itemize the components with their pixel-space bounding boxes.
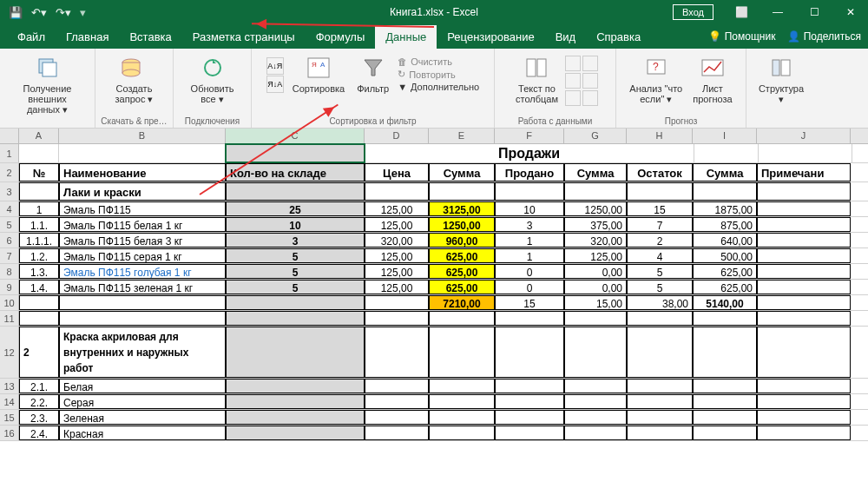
- tab-formulas[interactable]: Формулы: [306, 25, 376, 49]
- table-row: 71.2.Эмаль ПФ115 серая 1 кг5125,00625,00…: [0, 248, 868, 264]
- row-hdr[interactable]: 7: [0, 248, 19, 263]
- select-all-corner[interactable]: [0, 129, 19, 143]
- table-row: 152.3.Зеленая: [0, 410, 868, 426]
- row-hdr[interactable]: 3: [0, 182, 19, 201]
- what-if-button[interactable]: ? Анализ "что если" ▾: [626, 52, 686, 106]
- clear-filter-button: 🗑Очистить: [398, 56, 479, 68]
- svg-rect-14: [773, 60, 779, 76]
- col-hdr-g[interactable]: G: [564, 129, 627, 143]
- row-1: 1 Продажи: [0, 144, 868, 163]
- share-button[interactable]: 👤 Поделиться: [787, 30, 861, 43]
- col-hdr-h[interactable]: H: [627, 129, 693, 143]
- row-hdr[interactable]: 4: [0, 201, 19, 216]
- row-hdr[interactable]: 5: [0, 217, 19, 232]
- save-icon[interactable]: 💾: [9, 6, 23, 19]
- tab-view[interactable]: Вид: [545, 25, 587, 49]
- group-label: Сортировка и фильтр: [252, 116, 494, 126]
- spreadsheet[interactable]: 1 Продажи 2 № Наименование Кол-во на скл…: [0, 144, 868, 441]
- row-hdr[interactable]: 11: [0, 311, 19, 326]
- minimize-icon[interactable]: —: [760, 0, 795, 24]
- svg-rect-9: [527, 59, 536, 76]
- row-hdr[interactable]: 12: [0, 327, 19, 378]
- remove-dup-icon[interactable]: [582, 56, 598, 71]
- row-hdr[interactable]: 14: [0, 394, 19, 409]
- new-query-button[interactable]: Создать запрос ▾: [112, 52, 157, 106]
- col-hdr-a[interactable]: A: [19, 129, 59, 143]
- tab-insert[interactable]: Вставка: [119, 25, 181, 49]
- tab-data[interactable]: Данные: [375, 25, 437, 49]
- row-hdr[interactable]: 10: [0, 295, 19, 310]
- undo-icon[interactable]: ↶▾: [31, 6, 47, 19]
- col-hdr-j[interactable]: J: [757, 129, 851, 143]
- col-hdr-i[interactable]: I: [693, 129, 757, 143]
- advanced-icon: ▼: [398, 82, 407, 92]
- column-headers: A B C D E F G H I J: [0, 129, 868, 144]
- file-tabs: Файл Главная Вставка Разметка страницы Ф…: [0, 24, 868, 49]
- row-hdr[interactable]: 8: [0, 264, 19, 279]
- table-row: 81.3.Эмаль ПФ115 голубая 1 кг5125,00625,…: [0, 264, 868, 280]
- consolidate-icon[interactable]: [582, 73, 598, 89]
- svg-rect-15: [781, 60, 790, 76]
- tab-review[interactable]: Рецензирование: [437, 25, 544, 49]
- row-11: 11: [0, 311, 868, 327]
- sort-icon: ЯA: [305, 54, 332, 82]
- row-3: 3 Лаки и краски: [0, 182, 868, 201]
- close-icon[interactable]: ✕: [833, 0, 868, 24]
- ribbon-options-icon[interactable]: ⬜: [724, 0, 759, 24]
- svg-rect-1: [43, 63, 56, 76]
- svg-text:Я: Я: [312, 61, 317, 69]
- refresh-all-button[interactable]: Обновить все ▾: [187, 52, 238, 106]
- refresh-icon: [199, 54, 227, 82]
- row-hdr[interactable]: 1: [0, 144, 19, 162]
- titlebar: 💾 ↶▾ ↷▾ ▾ Книга1.xlsx - Excel Вход ⬜ — ☐…: [0, 0, 868, 24]
- table-row: 51.1.Эмаль ПФ115 белая 1 кг10125,001250,…: [0, 217, 868, 233]
- text-to-columns-button[interactable]: Текст по столбцам: [512, 52, 562, 106]
- validation-icon[interactable]: [565, 73, 581, 89]
- svg-rect-13: [702, 60, 723, 76]
- redo-icon[interactable]: ↷▾: [56, 6, 71, 19]
- advanced-button[interactable]: ▼Дополнительно: [398, 81, 479, 93]
- row-hdr[interactable]: 9: [0, 280, 19, 294]
- window-title: Книга1.xlsx - Excel: [390, 6, 478, 18]
- group-label: Скачать & пре…: [95, 116, 173, 126]
- row-hdr[interactable]: 13: [0, 379, 19, 393]
- row-hdr[interactable]: 2: [0, 163, 19, 182]
- row-hdr[interactable]: 16: [0, 426, 19, 440]
- tell-me[interactable]: 💡 Помощник: [708, 30, 775, 43]
- maximize-icon[interactable]: ☐: [797, 0, 832, 24]
- sort-asc-button[interactable]: A↓Я: [266, 57, 284, 75]
- sort-button[interactable]: ЯA Сортировка: [289, 52, 348, 96]
- text-columns-icon: [523, 54, 551, 82]
- svg-text:?: ?: [653, 61, 659, 73]
- col-hdr-f[interactable]: F: [495, 129, 564, 143]
- reapply-icon: ↻: [398, 69, 405, 80]
- filter-button[interactable]: Фильтр: [353, 52, 392, 96]
- get-external-data-button[interactable]: Получение внешних данных ▾: [7, 52, 88, 116]
- col-hdr-e[interactable]: E: [429, 129, 495, 143]
- tab-page-layout[interactable]: Разметка страницы: [182, 25, 306, 49]
- what-if-icon: ?: [642, 54, 670, 82]
- forecast-sheet-button[interactable]: Лист прогноза: [689, 52, 735, 106]
- row-2: 2 № Наименование Кол-во на складе Цена С…: [0, 163, 868, 182]
- sheet-title: Продажи: [365, 144, 694, 162]
- relations-icon[interactable]: [565, 90, 581, 106]
- outline-button[interactable]: Структура ▾: [755, 52, 807, 106]
- sort-desc-button[interactable]: Я↓A: [266, 76, 284, 93]
- flash-fill-icon[interactable]: [565, 56, 581, 71]
- qat-more-icon[interactable]: ▾: [80, 6, 86, 19]
- table-row: 41Эмаль ПФ11525125,003125,00101250,00151…: [0, 201, 868, 217]
- col-hdr-d[interactable]: D: [365, 129, 429, 143]
- outline-icon: [767, 54, 795, 82]
- group-label: Работа с данными: [495, 116, 615, 126]
- col-hdr-b[interactable]: B: [59, 129, 226, 143]
- data-model-icon[interactable]: [582, 90, 598, 106]
- tab-file[interactable]: Файл: [7, 25, 56, 49]
- table-row: 61.1.1.Эмаль ПФ115 белая 3 кг3320,00960,…: [0, 233, 868, 248]
- row-hdr[interactable]: 6: [0, 233, 19, 248]
- row-hdr[interactable]: 15: [0, 410, 19, 425]
- tab-help[interactable]: Справка: [586, 25, 651, 49]
- login-button[interactable]: Вход: [673, 4, 713, 20]
- tab-home[interactable]: Главная: [56, 25, 119, 49]
- forecast-icon: [699, 54, 727, 82]
- svg-rect-10: [537, 59, 546, 76]
